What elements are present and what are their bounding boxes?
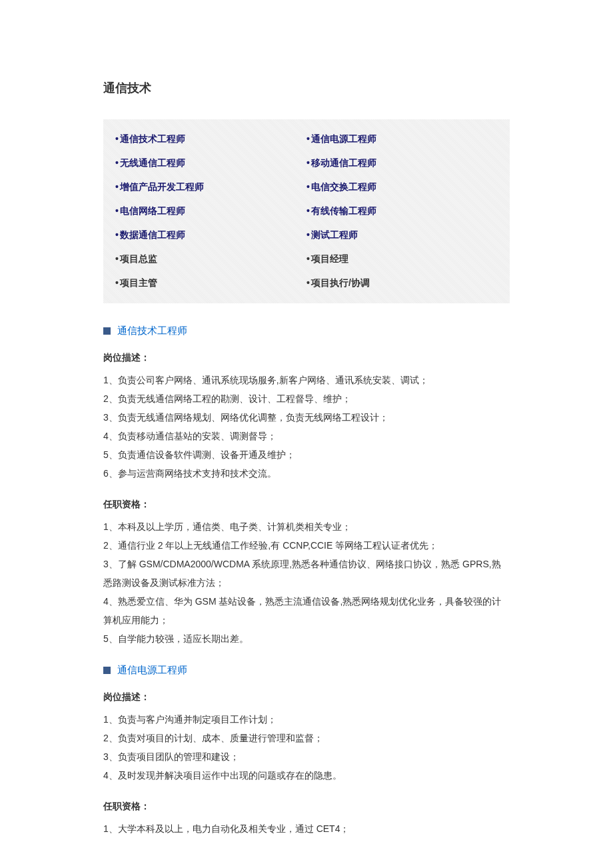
job-link[interactable]: •无线通信工程师 [115, 157, 306, 169]
bullet-icon: • [115, 253, 119, 264]
sub-heading: 任职资格： [103, 499, 510, 511]
job-category-table: •通信技术工程师•通信电源工程师•无线通信工程师•移动通信工程师•增值产品开发工… [103, 119, 510, 303]
content-line: 1、负责公司客户网络、通讯系统现场服务,新客户网络、通讯系统安装、调试； [103, 371, 510, 389]
bullet-icon: • [306, 205, 310, 216]
job-label: 有线传输工程师 [311, 205, 376, 216]
job-label: 通信电源工程师 [311, 133, 376, 144]
job-link[interactable]: •增值产品开发工程师 [115, 181, 306, 193]
job-label: 无线通信工程师 [120, 157, 185, 168]
sub-heading: 岗位描述： [103, 352, 510, 364]
job-row: •增值产品开发工程师•电信交换工程师 [115, 175, 498, 199]
job-label: 电信网络工程师 [120, 205, 185, 216]
bullet-icon: • [115, 205, 119, 216]
bullet-icon: • [306, 229, 310, 240]
content-line: 4、负责移动通信基站的安装、调测督导； [103, 427, 510, 445]
job-label: 通信技术工程师 [120, 133, 185, 144]
page-title: 通信技术 [103, 80, 510, 96]
job-link[interactable]: •通信技术工程师 [115, 133, 306, 145]
content-line: 2、通信行业 2 年以上无线通信工作经验,有 CCNP,CCIE 等网络工程认证… [103, 536, 510, 555]
content-line: 1、负责与客户沟通并制定项目工作计划； [103, 710, 510, 729]
job-label: 电信交换工程师 [311, 181, 376, 192]
content-list: 1、负责公司客户网络、通讯系统现场服务,新客户网络、通讯系统安装、调试；2、负责… [103, 371, 510, 483]
square-icon [103, 327, 111, 335]
job-row: •项目主管•项目执行/协调 [115, 271, 498, 295]
content-line: 6、参与运营商网络技术支持和技术交流。 [103, 464, 510, 483]
job-label: 数据通信工程师 [120, 229, 185, 240]
section-title[interactable]: 通信技术工程师 [117, 325, 187, 337]
job-link[interactable]: •移动通信工程师 [306, 157, 498, 169]
bullet-icon: • [115, 229, 119, 240]
job-label: 项目执行/协调 [311, 277, 370, 288]
bullet-icon: • [306, 157, 310, 168]
bullet-icon: • [306, 181, 310, 192]
square-icon [103, 667, 111, 674]
content-line: 3、了解 GSM/CDMA2000/WCDMA 系统原理,熟悉各种通信协议、网络… [103, 555, 510, 592]
job-link: •项目执行/协调 [306, 277, 498, 289]
job-row: •无线通信工程师•移动通信工程师 [115, 151, 498, 175]
bullet-icon: • [306, 253, 310, 264]
bullet-icon: • [115, 277, 119, 288]
bullet-icon: • [306, 277, 310, 288]
section-header: 通信技术工程师 [103, 325, 510, 337]
job-link[interactable]: •电信网络工程师 [115, 205, 306, 217]
content-list: 1、负责与客户沟通并制定项目工作计划；2、负责对项目的计划、成本、质量进行管理和… [103, 710, 510, 785]
content-line: 1、本科及以上学历，通信类、电子类、计算机类相关专业； [103, 517, 510, 536]
job-row: •电信网络工程师•有线传输工程师 [115, 199, 498, 223]
job-label: 项目主管 [120, 277, 157, 288]
job-link[interactable]: •有线传输工程师 [306, 205, 498, 217]
content-list: 1、本科及以上学历，通信类、电子类、计算机类相关专业；2、通信行业 2 年以上无… [103, 517, 510, 648]
section-header: 通信电源工程师 [103, 664, 510, 677]
bullet-icon: • [115, 157, 119, 168]
job-row: •通信技术工程师•通信电源工程师 [115, 127, 498, 151]
sub-heading: 任职资格： [103, 801, 510, 813]
job-link[interactable]: •通信电源工程师 [306, 133, 498, 145]
bullet-icon: • [115, 181, 119, 192]
section-title[interactable]: 通信电源工程师 [117, 664, 187, 677]
sub-heading: 岗位描述： [103, 691, 510, 703]
content-line: 3、负责无线通信网络规划、网络优化调整，负责无线网络工程设计； [103, 408, 510, 427]
content-list: 1、大学本科及以上，电力自动化及相关专业，通过 CET4； [103, 819, 510, 838]
content-line: 2、负责无线通信网络工程的勘测、设计、工程督导、维护； [103, 389, 510, 408]
content-line: 1、大学本科及以上，电力自动化及相关专业，通过 CET4； [103, 819, 510, 838]
content-line: 2、负责对项目的计划、成本、质量进行管理和监督； [103, 729, 510, 747]
job-label: 增值产品开发工程师 [120, 181, 204, 192]
job-link: •项目主管 [115, 277, 306, 289]
content-line: 5、负责通信设备软件调测、设备开通及维护； [103, 445, 510, 464]
content-line: 4、及时发现并解决项目运作中出现的问题或存在的隐患。 [103, 766, 510, 785]
job-label: 项目总监 [120, 253, 157, 264]
job-row: •项目总监•项目经理 [115, 247, 498, 271]
job-link[interactable]: •数据通信工程师 [115, 229, 306, 241]
job-label: 测试工程师 [311, 229, 358, 240]
job-link: •项目总监 [115, 253, 306, 265]
job-link[interactable]: •测试工程师 [306, 229, 498, 241]
content-line: 3、负责项目团队的管理和建设； [103, 747, 510, 766]
job-label: 项目经理 [311, 253, 348, 264]
job-link: •项目经理 [306, 253, 498, 265]
content-line: 5、自学能力较强，适应长期出差。 [103, 629, 510, 648]
bullet-icon: • [115, 133, 119, 144]
job-link[interactable]: •电信交换工程师 [306, 181, 498, 193]
job-label: 移动通信工程师 [311, 157, 376, 168]
bullet-icon: • [306, 133, 310, 144]
content-line: 4、熟悉爱立信、华为 GSM 基站设备，熟悉主流通信设备,熟悉网络规划优化业务，… [103, 592, 510, 629]
job-row: •数据通信工程师•测试工程师 [115, 223, 498, 247]
